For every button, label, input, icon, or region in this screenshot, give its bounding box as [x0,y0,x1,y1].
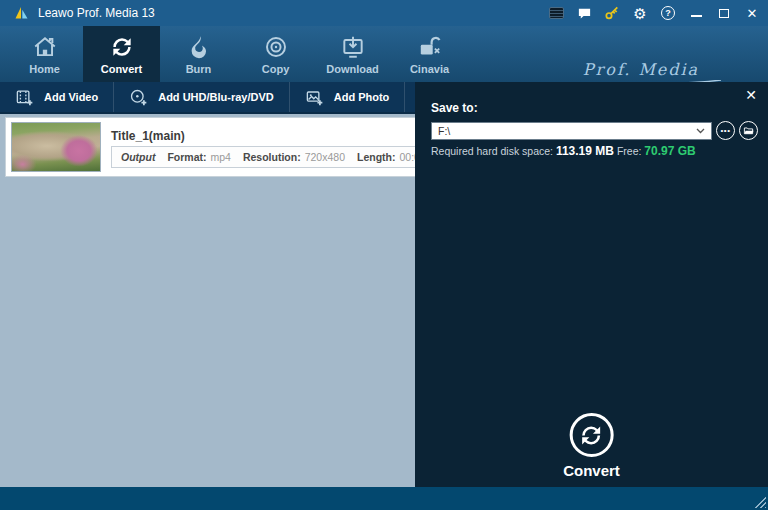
nav-label: Download [326,63,379,75]
convert-circle-icon [570,413,614,457]
folder-icon [743,125,754,136]
statusbar [0,487,768,510]
app-window: Leawo Prof. Media 13 ⚙ ? ✕ [0,0,768,510]
add-video-button[interactable]: Add Video [0,82,114,112]
free-space-value: 70.97 GB [644,144,695,158]
photo-plus-icon [305,88,324,107]
window-title: Leawo Prof. Media 13 [38,6,155,20]
resize-grip[interactable] [754,496,766,508]
nav-tab-convert[interactable]: Convert [83,26,160,82]
help-icon[interactable]: ? [660,5,676,21]
video-thumbnail [11,122,101,172]
nav-label: Cinavia [410,63,449,75]
nav-label: Burn [186,63,212,75]
panel-close-icon[interactable]: ✕ [745,88,757,102]
register-key-icon[interactable] [604,5,620,21]
nav-tab-burn[interactable]: Burn [160,26,237,82]
titlebar-controls: ⚙ ? ✕ [548,5,760,21]
feedback-bubble-icon[interactable] [576,5,592,21]
convert-button-label: Convert [563,462,620,479]
brand-text: Prof. Media [583,60,699,79]
maximize-button[interactable] [716,5,732,21]
settings-gear-icon[interactable]: ⚙ [632,5,648,21]
open-lock-icon [417,34,443,60]
save-path-row: F:\ ••• [431,121,758,140]
hardware-acceleration-icon[interactable] [548,5,564,21]
add-uhd-bluray-dvd-button[interactable]: Add UHD/Blu-ray/DVD [114,82,290,112]
nav-label: Copy [262,63,290,75]
button-label: Add UHD/Blu-ray/DVD [158,91,274,103]
button-label: Add Photo [334,91,390,103]
main-nav: Home Convert Burn Copy Download [0,26,768,82]
browse-button[interactable]: ••• [716,121,735,140]
file-list-item[interactable]: Title_1(main) Output Format: mp4 Resolut… [5,117,475,177]
resolution-field: Resolution: 720x480 [243,151,345,163]
required-space-label: Required hard disk space: [431,145,553,157]
titlebar: Leawo Prof. Media 13 ⚙ ? ✕ [0,0,768,26]
disc-plus-icon [129,88,148,107]
video-title: Title_1(main) [111,129,185,143]
format-field: Format: mp4 [167,151,231,163]
nav-label: Home [29,63,60,75]
burn-flame-icon [186,34,212,60]
download-icon [340,34,366,60]
filmstrip-plus-icon [15,88,34,107]
close-button[interactable]: ✕ [744,5,760,21]
nav-tab-copy[interactable]: Copy [237,26,314,82]
ellipsis-icon: ••• [721,127,731,135]
nav-tab-cinavia[interactable]: Cinavia [391,26,468,82]
home-icon [32,34,58,60]
disk-space-info: Required hard disk space: 113.19 MB Free… [431,144,696,158]
minimize-button[interactable] [688,5,704,21]
save-path-value: F:\ [438,125,696,137]
open-folder-button[interactable] [739,121,758,140]
save-panel: ✕ Save to: F:\ ••• Required hard disk sp… [415,82,768,487]
leawo-logo-icon [14,5,30,21]
free-space-label: Free: [617,145,642,157]
nav-tab-download[interactable]: Download [314,26,391,82]
chevron-down-icon [696,128,705,134]
button-label: Add Video [44,91,98,103]
required-space-value: 113.19 MB [556,144,614,158]
save-to-label: Save to: [431,101,478,115]
add-photo-button[interactable]: Add Photo [290,82,406,112]
save-path-dropdown[interactable]: F:\ [431,122,712,140]
convert-button[interactable]: Convert [563,413,620,479]
convert-icon [109,34,135,60]
output-label: Output [121,151,155,163]
nav-tab-home[interactable]: Home [6,26,83,82]
output-info-box: Output Format: mp4 Resolution: 720x480 L… [111,146,456,168]
nav-label: Convert [101,63,143,75]
disc-icon [263,34,289,60]
